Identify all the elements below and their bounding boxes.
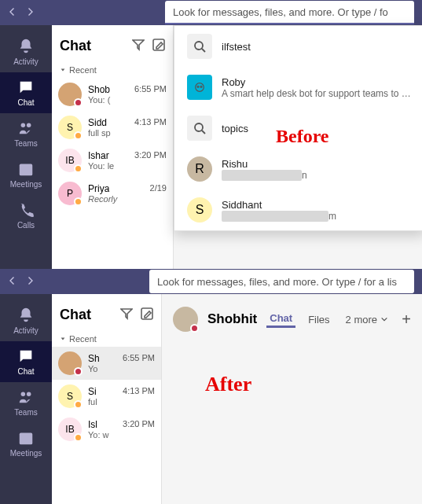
svg-point-1: [27, 123, 31, 128]
chat-item[interactable]: IB Ishar3:20 PM You: le: [52, 144, 173, 177]
svg-point-11: [195, 123, 203, 131]
dropdown-title: ilfstest: [222, 41, 251, 53]
chat-item-time: 6:55 PM: [134, 84, 167, 95]
sidebar-item-activity[interactable]: Activity: [0, 31, 52, 72]
compose-icon[interactable]: [141, 307, 153, 323]
chat-item[interactable]: IB Isl3:20 PM Yo: w: [52, 413, 161, 446]
chat-header: Chat: [52, 25, 173, 62]
search-dropdown: ilfstest Roby A smart help desk bot for …: [174, 25, 422, 231]
tab-chat[interactable]: Chat: [266, 311, 295, 328]
svg-marker-16: [121, 309, 132, 318]
search-icon: [187, 34, 212, 59]
sidebar-item-chat[interactable]: Chat: [0, 341, 52, 382]
chat-header: Chat: [52, 294, 161, 331]
chat-item-name: Priya: [88, 183, 109, 194]
sidebar-item-teams[interactable]: Teams: [0, 113, 52, 154]
sidebar-item-meetings[interactable]: Meetings: [0, 154, 52, 195]
chat-item-preview: Yo: [88, 364, 155, 373]
chat-item-name: Shob: [88, 84, 110, 95]
chat-item-name: Si: [88, 386, 97, 397]
dropdown-title: topics: [222, 123, 248, 134]
dropdown-item[interactable]: S Siddhant ████████████████m: [174, 189, 422, 230]
presence-indicator: [74, 98, 83, 107]
chat-item-time: 3:20 PM: [134, 150, 167, 161]
chat-item[interactable]: S Si4:13 PM ful: [52, 380, 161, 413]
avatar: IB: [58, 149, 82, 172]
back-icon[interactable]: [8, 274, 17, 289]
section-recent[interactable]: Recent: [52, 331, 161, 347]
dropdown-item[interactable]: topics: [174, 108, 422, 149]
search-input[interactable]: Look for messages, files, and more. Or t…: [165, 1, 414, 24]
presence-indicator: [74, 400, 83, 409]
dropdown-title: Siddhant: [222, 199, 336, 211]
avatar: IB: [58, 418, 82, 441]
avatar: S: [187, 197, 212, 223]
avatar: [173, 307, 198, 332]
forward-icon[interactable]: [25, 6, 35, 20]
back-icon[interactable]: [8, 6, 17, 20]
avatar: R: [187, 156, 212, 182]
dropdown-item[interactable]: R Rishu ████████████n: [174, 149, 422, 189]
presence-indicator: [74, 433, 83, 442]
svg-point-8: [196, 83, 204, 92]
avatar: [58, 351, 82, 375]
presence-indicator: [74, 197, 83, 206]
svg-point-9: [197, 86, 199, 87]
svg-point-13: [21, 392, 25, 397]
main-area: ilfstest Roby A smart help desk bot for …: [174, 25, 422, 269]
titlebar: Look for messages, files, and more. Or t…: [0, 0, 422, 25]
compose-icon[interactable]: [152, 39, 165, 54]
sidebar-item-activity[interactable]: Activity: [0, 300, 52, 341]
svg-line-7: [202, 49, 205, 52]
chat-item-time: 2/19: [150, 183, 167, 194]
add-tab-button[interactable]: +: [402, 311, 411, 329]
chat-item[interactable]: Sh6:55 PM Yo: [52, 347, 161, 380]
chat-item-preview: You: le: [88, 161, 167, 171]
sidebar-item-label: Activity: [13, 326, 39, 335]
dropdown-subtitle: ████████████n: [222, 170, 307, 181]
chat-item-time: 3:20 PM: [123, 419, 155, 430]
svg-marker-3: [133, 40, 144, 50]
svg-marker-5: [61, 68, 65, 71]
chat-panel: Chat Recent Shob6:55 PM You: ( S Sidd4:1…: [52, 25, 174, 269]
dropdown-title: Roby: [222, 76, 412, 88]
bot-icon: [187, 75, 212, 100]
svg-marker-18: [61, 337, 65, 340]
avatar: [58, 83, 82, 106]
sidebar-item-label: Teams: [14, 139, 37, 148]
annotation-after: After: [205, 373, 251, 396]
presence-indicator: [74, 131, 83, 140]
sidebar-item-label: Activity: [13, 57, 39, 66]
svg-point-6: [195, 42, 203, 50]
conversation-title: Shobhit: [207, 311, 257, 327]
section-recent[interactable]: Recent: [52, 62, 173, 78]
sidebar-item-chat[interactable]: Chat: [0, 72, 52, 113]
dropdown-item[interactable]: Roby A smart help desk bot for support t…: [174, 67, 422, 108]
chat-item-preview: ful: [88, 397, 155, 407]
dropdown-title: Rishu: [222, 158, 307, 170]
search-input[interactable]: Look for messages, files, and more. Or t…: [149, 270, 414, 293]
sidebar-item-calls[interactable]: Calls: [0, 195, 52, 236]
sidebar-item-label: Teams: [14, 408, 37, 417]
chat-title: Chat: [60, 307, 112, 323]
chat-item-preview: Recorly: [88, 194, 167, 204]
filter-icon[interactable]: [120, 307, 133, 323]
nav-arrows: [8, 274, 35, 289]
sidebar-item-teams[interactable]: Teams: [0, 382, 52, 423]
forward-icon[interactable]: [25, 274, 35, 289]
tab-files[interactable]: Files: [305, 312, 332, 327]
presence-indicator: [74, 367, 83, 376]
chat-item[interactable]: S Sidd4:13 PM full sp: [52, 111, 173, 144]
avatar: P: [58, 182, 82, 205]
chat-item[interactable]: Shob6:55 PM You: (: [52, 78, 173, 111]
main-area: Shobhit Chat Files 2 more + After: [162, 294, 422, 504]
avatar: S: [58, 116, 82, 139]
tab-more[interactable]: 2 more: [343, 312, 391, 327]
dropdown-item[interactable]: ilfstest: [174, 26, 422, 67]
conversation-header: Shobhit Chat Files 2 more +: [173, 305, 411, 333]
filter-icon[interactable]: [132, 39, 145, 54]
sidebar-item-meetings[interactable]: Meetings: [0, 423, 52, 464]
chat-item-name: Sidd: [88, 117, 107, 128]
chat-item[interactable]: P Priya2/19 Recorly: [52, 177, 173, 210]
screenshot-after: Look for messages, files, and more. Or t…: [0, 269, 422, 504]
